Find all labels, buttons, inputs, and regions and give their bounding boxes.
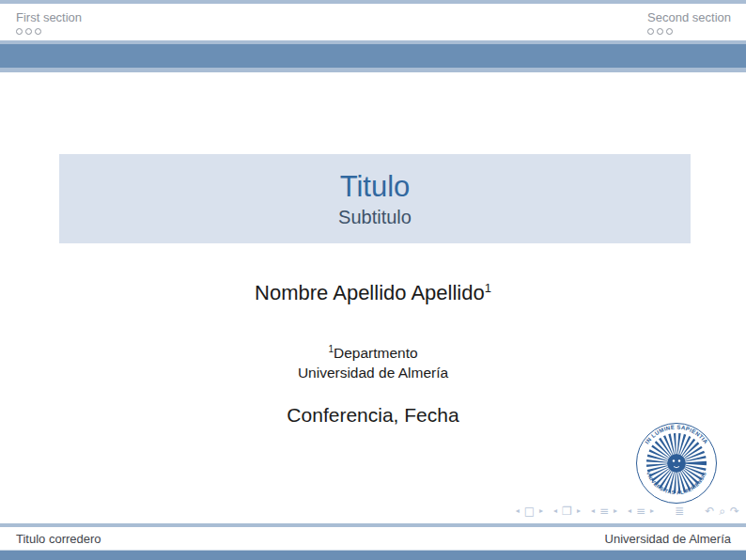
nav-slide-group: ◂ □ ▸	[516, 506, 543, 517]
search-icon[interactable]: ⌕	[719, 506, 725, 517]
footline-bar: Titulo corredero Universidad de Almería	[0, 527, 746, 551]
section-header: First section Second section	[0, 4, 746, 40]
conference-date: Conferencia, Fecha	[0, 404, 746, 427]
institute-line-1: 1Departmento	[0, 339, 746, 363]
header-section-second: Second section	[647, 10, 731, 35]
author-name: Nombre Apellido Apellido	[255, 281, 485, 304]
beamer-title-slide: First section Second section Titulo Subt…	[0, 0, 746, 560]
next-section-arrow[interactable]: ▸	[650, 506, 654, 517]
nav-section-group: ◂ ≡ ▸	[628, 506, 654, 517]
sun-eye-right	[678, 459, 680, 461]
slide-icon[interactable]: □	[524, 506, 535, 517]
back-icon[interactable]: ↶	[705, 506, 714, 517]
frame-icon[interactable]: ❐	[562, 506, 572, 517]
sun-eye-left	[673, 459, 675, 461]
author-footnote-marker: 1	[485, 281, 491, 295]
slide-title: Titulo	[340, 172, 411, 201]
section-first-label[interactable]: First section	[16, 10, 82, 25]
footer-short-title: Titulo corredero	[16, 532, 101, 546]
frame-dot[interactable]	[25, 28, 32, 35]
bottom-accent-bar	[0, 550, 746, 560]
prev-frame-arrow[interactable]: ◂	[553, 506, 557, 517]
frame-dot[interactable]	[16, 28, 23, 35]
seal-motto-text: IN LUMINE SAPIENTIA	[644, 425, 708, 445]
section-second-frame-dots	[647, 28, 731, 35]
prev-slide-arrow[interactable]: ◂	[516, 506, 520, 517]
presentation-icon[interactable]: ≣	[675, 506, 684, 517]
nav-frame-group: ◂ ❐ ▸	[553, 506, 581, 517]
nav-presentation-group: ≣	[675, 506, 684, 517]
seal-sun-face	[667, 454, 686, 473]
beamer-navigation-bar: ◂ □ ▸ ◂ ❐ ▸ ◂ ≡ ▸ ◂ ≡ ▸ ≣ ↶ ⌕ ↷	[505, 506, 739, 517]
steel-blue-band	[0, 44, 746, 68]
next-subsection-arrow[interactable]: ▸	[614, 506, 617, 517]
institute-block: 1Departmento Universidad de Almería	[0, 339, 746, 382]
prev-section-arrow[interactable]: ◂	[628, 506, 631, 517]
nav-subsection-group: ◂ ≡ ▸	[591, 506, 617, 517]
institute-line-2: Universidad de Almería	[0, 363, 746, 382]
section-second-label[interactable]: Second section	[647, 10, 731, 25]
seal-name-text: VNIVERSITAS ALMERIENSIS	[645, 471, 707, 495]
institute-department: Departmento	[334, 345, 418, 361]
prev-subsection-arrow[interactable]: ◂	[591, 506, 595, 517]
section-first-frame-dots	[16, 28, 82, 35]
next-slide-arrow[interactable]: ▸	[539, 506, 543, 517]
university-seal-logo: IN LUMINE SAPIENTIA VNIVERSITAS ALMERIEN…	[635, 422, 718, 505]
slide-subtitle: Subtitulo	[338, 208, 412, 226]
frame-dot[interactable]	[35, 28, 41, 35]
frame-dot[interactable]	[666, 28, 673, 35]
title-block: Titulo Subtitulo	[59, 154, 691, 243]
header-section-first: First section	[16, 10, 82, 35]
author-line: Nombre Apellido Apellido1	[0, 281, 746, 305]
nav-history-group: ↶ ⌕ ↷	[705, 506, 739, 517]
subsection-icon[interactable]: ≡	[599, 506, 609, 517]
next-frame-arrow[interactable]: ▸	[577, 506, 581, 517]
frame-dot[interactable]	[647, 28, 654, 35]
section-icon[interactable]: ≡	[636, 506, 645, 517]
frame-dot[interactable]	[657, 28, 663, 35]
band-bottom-line	[0, 68, 746, 72]
forward-icon[interactable]: ↷	[730, 506, 739, 517]
footer-institution: Universidad de Almería	[605, 532, 731, 546]
